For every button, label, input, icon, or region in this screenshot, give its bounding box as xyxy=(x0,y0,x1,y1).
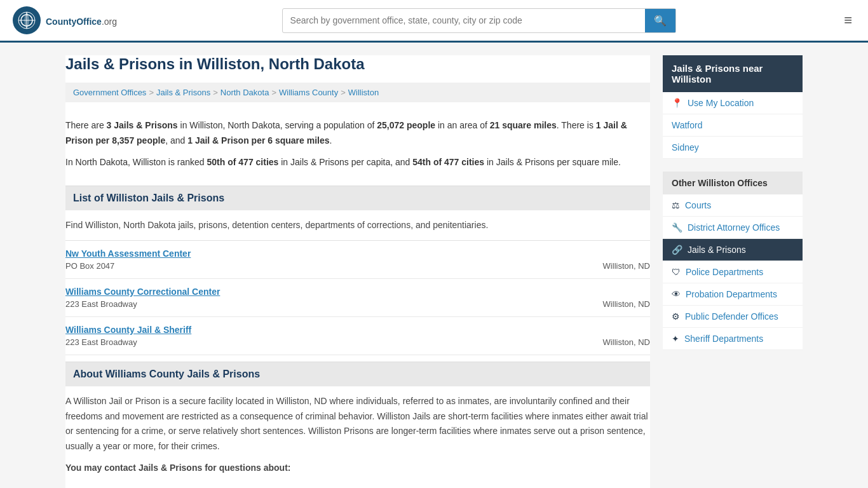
about-section: A Williston Jail or Prison is a secure f… xyxy=(65,386,650,488)
facility-name-3[interactable]: Williams County Jail & Sheriff xyxy=(65,325,650,335)
sidebar: Jails & Prisons near Williston 📍 Use My … xyxy=(663,55,803,488)
jails-icon: 🔗 xyxy=(672,245,682,255)
sep4: > xyxy=(341,88,346,97)
sidebar-item-sheriff[interactable]: ✦ Sheriff Departments xyxy=(663,328,803,350)
facility-name-2[interactable]: Williams County Correctional Center xyxy=(65,287,650,297)
breadcrumb-williston[interactable]: Williston xyxy=(348,88,379,97)
facility-item: Williams County Jail & Sheriff 223 East … xyxy=(65,317,650,355)
watford-link[interactable]: Watford xyxy=(672,120,703,130)
sep2: > xyxy=(213,88,218,97)
jails-link[interactable]: Jails & Prisons xyxy=(688,245,746,255)
use-location-link[interactable]: Use My Location xyxy=(688,98,754,108)
search-button[interactable]: 🔍 xyxy=(645,9,675,32)
sidebar-item-public-defender[interactable]: ⚙ Public Defender Offices xyxy=(663,306,803,328)
rank1: 50th of 477 cities xyxy=(207,157,279,167)
da-icon: 🔧 xyxy=(672,222,682,233)
nearby-title: Jails & Prisons near Williston xyxy=(663,55,803,92)
courts-link[interactable]: Courts xyxy=(685,200,711,210)
facility-details-3: 223 East Broadway Williston, ND xyxy=(65,337,650,347)
public-defender-link[interactable]: Public Defender Offices xyxy=(685,311,778,322)
nearby-box: Jails & Prisons near Williston 📍 Use My … xyxy=(663,55,803,159)
facility-item: Nw Youth Assessment Center PO Box 2047 W… xyxy=(65,241,650,279)
sidebar-item-police[interactable]: 🛡 Police Departments xyxy=(663,261,803,283)
facility-name-1[interactable]: Nw Youth Assessment Center xyxy=(65,248,650,259)
facility-address-1: PO Box 2047 xyxy=(65,261,114,271)
search-bar: 🔍 xyxy=(282,8,676,33)
probation-icon: 👁 xyxy=(672,289,681,299)
sidney-link[interactable]: Sidney xyxy=(672,142,699,152)
sidebar-item-da[interactable]: 🔧 District Attorney Offices xyxy=(663,217,803,239)
breadcrumb-williams[interactable]: Williams County xyxy=(279,88,338,97)
nearby-city-watford[interactable]: Watford xyxy=(663,114,803,137)
content-area: Jails & Prisons in Williston, North Dako… xyxy=(65,55,650,488)
jail-count: 3 Jails & Prisons xyxy=(107,120,178,130)
police-icon: 🛡 xyxy=(672,267,681,277)
info-para2: In North Dakota, Williston is ranked 50t… xyxy=(65,155,650,170)
facility-address-2: 223 East Broadway xyxy=(65,299,137,309)
search-input[interactable] xyxy=(283,10,645,30)
facility-address-3: 223 East Broadway xyxy=(65,337,137,347)
list-section-header: List of Williston Jails & Prisons xyxy=(65,186,650,210)
main-container: Jails & Prisons in Williston, North Dako… xyxy=(53,43,815,488)
logo-text: CountyOffice.org xyxy=(46,13,117,28)
sep3: > xyxy=(271,88,276,97)
probation-link[interactable]: Probation Departments xyxy=(686,289,777,299)
header-right: ≡ xyxy=(841,9,855,32)
population: 25,072 people xyxy=(377,120,435,130)
area: 21 square miles xyxy=(490,120,557,130)
rank2: 54th of 477 cities xyxy=(412,157,484,167)
sep1: > xyxy=(149,88,154,97)
contact-heading: You may contact Jails & Prisons for ques… xyxy=(65,461,650,476)
facility-city-2: Williston, ND xyxy=(603,299,650,309)
menu-icon[interactable]: ≡ xyxy=(841,9,855,32)
sheriff-icon: ✦ xyxy=(672,334,679,344)
other-offices-box: Other Williston Offices ⚖ Courts 🔧 Distr… xyxy=(663,172,803,350)
per-sqmile: 1 Jail & Prison per 6 square miles xyxy=(187,135,329,146)
facility-list: Nw Youth Assessment Center PO Box 2047 W… xyxy=(65,241,650,355)
sidebar-item-courts[interactable]: ⚖ Courts xyxy=(663,194,803,217)
info-para1: There are 3 Jails & Prisons in Williston… xyxy=(65,118,650,149)
nearby-city-sidney[interactable]: Sidney xyxy=(663,137,803,159)
courts-icon: ⚖ xyxy=(672,200,680,210)
breadcrumb-jails[interactable]: Jails & Prisons xyxy=(156,88,210,97)
header: CountyOffice.org 🔍 ≡ xyxy=(0,0,868,43)
about-section-header: About Williams County Jails & Prisons xyxy=(65,362,650,386)
list-description: Find Williston, North Dakota jails, pris… xyxy=(65,210,650,240)
other-offices-title: Other Williston Offices xyxy=(663,172,803,194)
facility-item: Williams County Correctional Center 223 … xyxy=(65,279,650,317)
info-section: There are 3 Jails & Prisons in Williston… xyxy=(65,112,650,186)
sidebar-item-jails[interactable]: 🔗 Jails & Prisons xyxy=(663,239,803,261)
sidebar-item-probation[interactable]: 👁 Probation Departments xyxy=(663,283,803,306)
logo-area: CountyOffice.org xyxy=(13,6,117,34)
police-link[interactable]: Police Departments xyxy=(686,267,763,277)
about-text: A Williston Jail or Prison is a secure f… xyxy=(65,394,650,454)
sheriff-link[interactable]: Sheriff Departments xyxy=(684,334,763,344)
da-link[interactable]: District Attorney Offices xyxy=(688,222,780,233)
public-defender-icon: ⚙ xyxy=(672,311,680,322)
breadcrumb: Government Offices > Jails & Prisons > N… xyxy=(65,83,650,102)
facility-details-1: PO Box 2047 Williston, ND xyxy=(65,261,650,271)
facility-details-2: 223 East Broadway Williston, ND xyxy=(65,299,650,309)
location-icon: 📍 xyxy=(672,98,682,108)
use-my-location[interactable]: 📍 Use My Location xyxy=(663,92,803,114)
logo-icon xyxy=(13,6,41,34)
page-title: Jails & Prisons in Williston, North Dako… xyxy=(65,55,650,73)
breadcrumb-nd[interactable]: North Dakota xyxy=(220,88,269,97)
breadcrumb-gov-offices[interactable]: Government Offices xyxy=(73,88,146,97)
facility-city-3: Williston, ND xyxy=(603,337,650,347)
facility-city-1: Williston, ND xyxy=(603,261,650,271)
